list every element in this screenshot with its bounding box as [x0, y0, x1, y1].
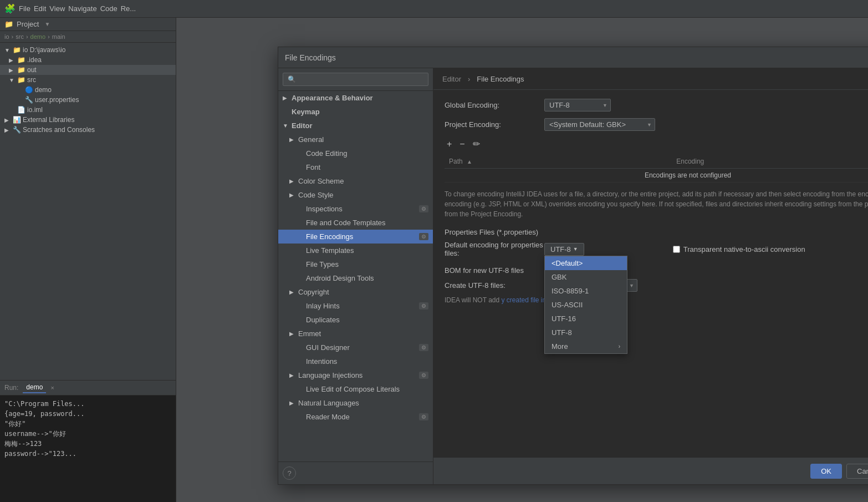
nav-code-editing[interactable]: Code Editing [278, 146, 433, 160]
menu-view[interactable]: View [49, 4, 65, 13]
project-encoding-select-wrapper: <System Default: GBK> UTF-8 GBK [544, 118, 655, 131]
nav-file-encodings-label: File Encodings [306, 232, 353, 241]
tree-item-extlibs[interactable]: ▶ 📊 External Libraries [0, 115, 176, 125]
nav-natural-languages[interactable]: ▶ Natural Languages [278, 396, 433, 410]
nav-android-design[interactable]: Android Design Tools [278, 271, 433, 285]
nav-keymap[interactable]: Keymap [278, 105, 433, 119]
menu-navigate[interactable]: Navigate [68, 4, 96, 13]
nav-emmet[interactable]: ▶ Emmet [278, 327, 433, 341]
nav-file-types[interactable]: File Types [278, 257, 433, 271]
nav-reader-mode[interactable]: Reader Mode ⚙ [278, 410, 433, 424]
spacer [297, 164, 305, 170]
menu-file[interactable]: File [19, 4, 30, 13]
nav-general[interactable]: ▶ General [278, 133, 433, 146]
nav-code-style[interactable]: ▶ Code Style [278, 188, 433, 202]
dropdown-option-more[interactable]: More › [545, 339, 627, 353]
dropdown-option-utf8[interactable]: UTF-8 [545, 326, 627, 339]
nav-live-edit[interactable]: Live Edit of Compose Literals [278, 382, 433, 396]
gui-designer-badge: ⚙ [419, 344, 428, 351]
transparent-conversion-label[interactable]: Transparent native-to-ascii conversion [673, 245, 805, 253]
project-panel-title: Project [17, 20, 39, 28]
properties-encoding-button[interactable]: UTF-8 ▼ [544, 243, 584, 256]
nav-intentions[interactable]: Intentions [278, 354, 433, 368]
global-encoding-select[interactable]: UTF-8 GBK ISO-8859-1 [544, 99, 611, 111]
nav-inlay-hints[interactable]: Inlay Hints ⚙ [278, 299, 433, 313]
help-button[interactable]: ? [283, 466, 296, 480]
console-output: "C:\Program Files... {age=19, password..… [0, 395, 176, 502]
spacer [297, 234, 305, 240]
ok-button[interactable]: OK [810, 464, 842, 479]
settings-search-input[interactable] [283, 73, 428, 86]
nav-language-injections[interactable]: ▶ Language Injections ⚙ [278, 368, 433, 382]
default-encoding-row: Default encoding for properties files: U… [445, 241, 868, 257]
nav-duplicates[interactable]: Duplicates [278, 313, 433, 327]
spacer [297, 386, 305, 392]
tree-label-demo: demo [35, 86, 52, 94]
encoding-column-header: Encoding [672, 155, 868, 169]
path-main[interactable]: main [52, 33, 65, 40]
nav-live-templates-label: Live Templates [306, 246, 354, 255]
tree-item-demo[interactable]: 🔵 demo [0, 85, 176, 95]
dropdown-option-default[interactable]: <Default> [545, 256, 627, 270]
chevron-icon: ▶ [4, 127, 11, 133]
spacer [297, 275, 305, 281]
nav-file-code-templates-label: File and Code Templates [306, 219, 386, 227]
dropdown-option-usascii[interactable]: US-ASCII [545, 298, 627, 312]
menu-re[interactable]: Re... [121, 4, 136, 13]
folder-icon: 📁 [17, 66, 25, 74]
dialog-buttons: OK Cancel Apply [433, 458, 868, 484]
nav-gui-designer-label: GUI Designer [306, 343, 350, 352]
menu-code[interactable]: Code [100, 4, 118, 13]
dropdown-option-gbk[interactable]: GBK [545, 270, 627, 284]
default-encoding-label: Default encoding for properties files: [445, 241, 544, 257]
tree-label-src: src [27, 76, 36, 84]
nav-file-encodings[interactable]: File Encodings ⚙ [278, 230, 433, 244]
nav-copyright[interactable]: ▶ Copyright [278, 285, 433, 299]
reader-mode-badge: ⚙ [419, 413, 428, 420]
tree-item-scratches[interactable]: ▶ 🔧 Scratches and Consoles [0, 125, 176, 135]
settings-main: Global Encoding: UTF-8 GBK ISO-8859-1 [433, 90, 868, 458]
dropdown-option-utf16[interactable]: UTF-16 [545, 312, 627, 326]
path-src[interactable]: src [16, 33, 24, 40]
chevron-down-icon[interactable]: ▼ [44, 21, 50, 27]
sort-icon[interactable]: ▲ [467, 159, 472, 165]
scratches-icon: 🔧 [12, 126, 21, 134]
tree-item-idea[interactable]: ▶ 📁 .idea [0, 55, 176, 65]
path-io[interactable]: io [4, 33, 9, 40]
nav-file-code-templates[interactable]: File and Code Templates [278, 216, 433, 230]
close-tab-icon[interactable]: × [50, 384, 54, 391]
tree-label-ioixml: io.iml [27, 106, 43, 114]
menu-edit[interactable]: Edit [34, 4, 46, 13]
tree-item-out[interactable]: ▶ 📁 out [0, 65, 176, 75]
cancel-button[interactable]: Cancel [846, 464, 868, 479]
tree-item-userprops[interactable]: 🔧 user.properties [0, 95, 176, 105]
content-header: Editor › File Encodings ← → [433, 68, 868, 90]
nav-gui-designer[interactable]: GUI Designer ⚙ [278, 341, 433, 354]
tree-item-ioixml[interactable]: 📄 io.iml [0, 105, 176, 115]
ide-logo-icon: 🧩 [4, 3, 16, 14]
run-tab-demo[interactable]: demo [23, 382, 46, 393]
dropdown-option-iso8859[interactable]: ISO-8859-1 [545, 284, 627, 298]
path-demo[interactable]: demo [30, 33, 46, 40]
tree-item-src[interactable]: ▼ 📁 src [0, 75, 176, 85]
transparent-conversion-checkbox[interactable] [673, 246, 680, 253]
project-encoding-select[interactable]: <System Default: GBK> UTF-8 GBK [544, 118, 655, 131]
nav-color-scheme[interactable]: ▶ Color Scheme [278, 174, 433, 188]
global-encoding-label: Global Encoding: [445, 101, 544, 109]
nav-live-templates[interactable]: Live Templates [278, 244, 433, 257]
nav-font[interactable]: Font [278, 160, 433, 174]
nav-keymap-label: Keymap [292, 108, 320, 116]
iml-icon: 📄 [17, 106, 25, 114]
edit-encoding-button[interactable]: ✏ [471, 138, 482, 150]
tree-item-io[interactable]: ▼ 📁 io D:\javaws\io [0, 45, 176, 55]
add-encoding-button[interactable]: + [445, 138, 454, 150]
remove-encoding-button[interactable]: − [457, 138, 467, 150]
nav-editor[interactable]: ▼ Editor [278, 119, 433, 133]
spacer [297, 414, 305, 420]
settings-nav: ▶ Appearance & Behavior Keymap ▼ Edito [278, 68, 433, 484]
nav-appearance[interactable]: ▶ Appearance & Behavior [278, 91, 433, 105]
nav-inspections[interactable]: Inspections ⚙ [278, 202, 433, 216]
properties-section-title: Properties Files (*.properties) [445, 228, 868, 236]
global-encoding-select-wrapper: UTF-8 GBK ISO-8859-1 [544, 99, 611, 111]
ide-layout: 📁 Project ▼ io › src › demo › main ▼ 📁 i… [0, 18, 868, 502]
